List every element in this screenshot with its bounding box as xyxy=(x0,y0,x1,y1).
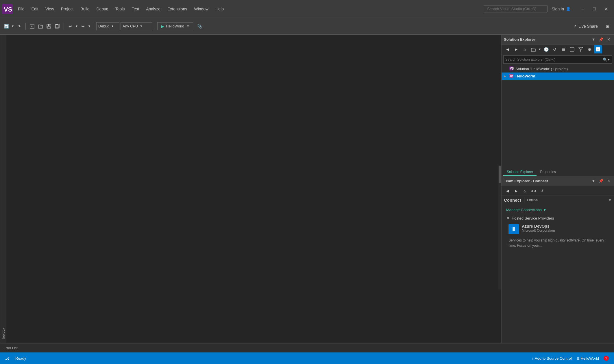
minimize-button[interactable]: – xyxy=(577,4,589,14)
te-back-btn[interactable]: ◀ xyxy=(503,187,511,195)
status-bar: ⎇ Ready ↑ Add to Source Control ⊞ HelloW… xyxy=(0,352,614,364)
menu-analyze[interactable]: Analyze xyxy=(143,5,163,12)
menu-project[interactable]: Project xyxy=(58,5,77,12)
solution-explorer-search-dropdown[interactable]: ▼ xyxy=(607,58,610,61)
folder-icon xyxy=(531,47,536,52)
svg-rect-5 xyxy=(48,24,49,26)
source-control-button[interactable]: ↑ Add to Source Control xyxy=(530,355,573,361)
forward-button[interactable]: ↷ xyxy=(15,22,23,30)
sol-home-btn[interactable]: ⌂ xyxy=(521,45,529,53)
error-list-bar[interactable]: Error List xyxy=(0,343,614,352)
menu-view[interactable]: View xyxy=(42,5,57,12)
connect-header[interactable]: Connect | Offline ▼ xyxy=(502,196,614,204)
sol-folder-btn[interactable] xyxy=(529,45,537,53)
redo-dropdown[interactable]: ▼ xyxy=(87,22,91,30)
menu-debug[interactable]: Debug xyxy=(94,5,111,12)
svg-text:C#: C# xyxy=(510,75,513,77)
menu-extensions[interactable]: Extensions xyxy=(164,5,190,12)
search-input[interactable] xyxy=(484,5,548,12)
open-file-button[interactable] xyxy=(36,22,45,30)
solution-root-item[interactable]: VS Solution 'HelloWorld' (1 project) xyxy=(502,65,614,73)
azure-devops-subtitle: Microsoft Corporation xyxy=(522,229,607,233)
project-item[interactable]: ▶ C# HelloWorld xyxy=(502,73,614,80)
config-dropdown[interactable]: Debug ▼ xyxy=(96,22,119,30)
solution-explorer-search[interactable]: 🔍 ▼ xyxy=(503,55,612,64)
right-panels: Solution Explorer ▼ 📌 ✕ ◀ ▶ ⌂ ▼ 🕐 ↺ xyxy=(501,35,614,343)
solution-explorer-pin-btn[interactable]: 📌 xyxy=(598,36,604,43)
back-button[interactable]: 🔄 xyxy=(2,22,10,30)
svg-rect-6 xyxy=(47,27,50,28)
solution-label: Solution 'HelloWorld' (1 project) xyxy=(515,67,568,71)
te-refresh-btn[interactable]: ↺ xyxy=(538,187,546,195)
team-explorer-pin-btn[interactable]: 📌 xyxy=(598,178,604,184)
separator-2 xyxy=(64,23,64,30)
project-status-label: HelloWorld xyxy=(581,356,599,361)
menu-window[interactable]: Window xyxy=(191,5,211,12)
sol-settings-btn[interactable]: ⚙ xyxy=(585,45,593,53)
maximize-button[interactable]: □ xyxy=(589,4,600,14)
te-home-btn[interactable]: ⌂ xyxy=(521,187,529,195)
sol-pending-changes-btn[interactable]: ↑ xyxy=(568,45,576,53)
offline-label: Offline xyxy=(527,198,538,202)
undo-button[interactable]: ↩ xyxy=(66,22,74,30)
close-button[interactable]: ✕ xyxy=(600,4,612,14)
project-status-item[interactable]: ⊞ HelloWorld xyxy=(575,355,601,361)
menu-test[interactable]: Test xyxy=(129,5,142,12)
menu-help[interactable]: Help xyxy=(212,5,227,12)
solution-explorer-close-btn[interactable]: ✕ xyxy=(605,36,612,43)
team-explorer-dropdown-btn[interactable]: ▼ xyxy=(590,178,597,184)
sol-filter-btn[interactable] xyxy=(577,45,585,53)
sol-forward-btn[interactable]: ▶ xyxy=(512,45,520,53)
menu-file[interactable]: File xyxy=(15,5,27,12)
attach-button[interactable]: 📎 xyxy=(195,22,204,30)
menu-build[interactable]: Build xyxy=(77,5,92,12)
azure-devops-logo xyxy=(508,224,519,234)
tab-solution-explorer[interactable]: Solution Explorer xyxy=(503,169,537,176)
sol-back-btn[interactable]: ◀ xyxy=(503,45,511,53)
sol-folder-dropdown[interactable]: ▼ xyxy=(538,45,541,53)
project-cs-icon: C# xyxy=(509,73,514,79)
sol-sync-btn[interactable]: ↔ xyxy=(594,45,602,53)
new-project-button[interactable]: + xyxy=(28,22,36,30)
menu-edit[interactable]: Edit xyxy=(29,5,41,12)
te-forward-btn[interactable]: ▶ xyxy=(512,187,520,195)
tab-properties[interactable]: Properties xyxy=(537,169,559,176)
azure-devops-item[interactable]: Azure DevOps Microsoft Corporation xyxy=(504,222,612,237)
sol-history-btn[interactable]: 🕐 xyxy=(542,45,550,53)
vs-logo-icon: VS xyxy=(2,4,13,14)
solution-explorer-search-input[interactable] xyxy=(505,57,603,62)
save-button[interactable] xyxy=(45,22,53,30)
te-connections-btn[interactable] xyxy=(529,187,537,195)
source-control-label: Add to Source Control xyxy=(535,356,572,361)
solution-explorer-toolbar: ◀ ▶ ⌂ ▼ 🕐 ↺ xyxy=(502,44,614,54)
solution-icon: VS xyxy=(509,66,514,72)
editor-area[interactable] xyxy=(6,35,501,343)
hosted-providers-header[interactable]: ▼ Hosted Service Providers xyxy=(504,215,612,222)
sol-collapse-btn[interactable] xyxy=(559,45,567,53)
solution-panel-tabs: Solution Explorer Properties xyxy=(502,168,614,176)
toolbar-extra-button[interactable]: ⊞ xyxy=(604,22,612,30)
sol-refresh-btn[interactable]: ↺ xyxy=(551,45,559,53)
team-explorer-toolbar: ◀ ▶ ⌂ ↺ xyxy=(502,186,614,196)
undo-dropdown[interactable]: ▼ xyxy=(75,22,79,30)
live-share-button[interactable]: ↗ Live Share xyxy=(570,23,601,30)
platform-dropdown[interactable]: Any CPU ▼ xyxy=(121,22,152,30)
notification-item[interactable]: 1 xyxy=(602,355,611,361)
save-all-button[interactable] xyxy=(53,22,61,30)
project-icon: ⊞ xyxy=(576,356,580,361)
undo-redo-group: ↩ ▼ ↪ ▼ xyxy=(66,22,91,30)
menu-tools[interactable]: Tools xyxy=(112,5,128,12)
config-dropdown-arrow: ▼ xyxy=(111,25,114,28)
git-branch-item[interactable]: ⎇ xyxy=(3,356,11,361)
dropdown-back[interactable]: ▼ xyxy=(11,22,15,30)
platform-label: Any CPU xyxy=(123,24,138,28)
solution-explorer-dropdown-btn[interactable]: ▼ xyxy=(590,36,597,43)
manage-connections-link[interactable]: Manage Connections ▼ xyxy=(504,207,612,213)
ready-status[interactable]: Ready xyxy=(14,356,28,361)
run-button[interactable]: ▶ HelloWorld ▼ xyxy=(157,22,193,30)
team-explorer-close-btn[interactable]: ✕ xyxy=(605,178,612,184)
redo-button[interactable]: ↪ xyxy=(79,22,87,30)
azure-logo-icon xyxy=(510,226,517,233)
sign-in-button[interactable]: Sign in 👤 xyxy=(549,5,574,12)
toolbox-tab[interactable]: Toolbox xyxy=(0,35,6,343)
